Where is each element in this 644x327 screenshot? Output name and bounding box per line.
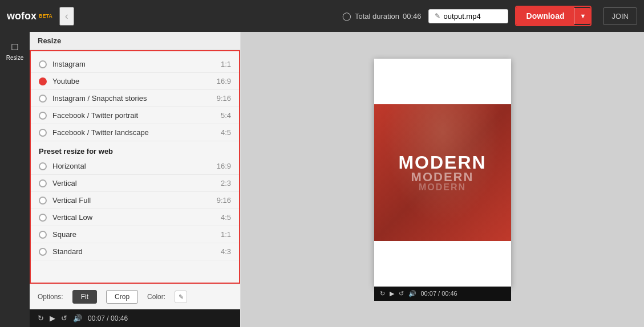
radio-btn — [39, 231, 47, 239]
download-button[interactable]: Download — [516, 7, 575, 25]
download-group: Download ▼ — [515, 6, 592, 26]
duration-value: 00:46 — [403, 12, 422, 21]
video-text: MODERN MODERN MODERN — [398, 152, 486, 193]
resize-option-web-5[interactable]: Standard 4:3 — [31, 243, 239, 260]
resize-option-social-1[interactable]: Youtube 16:9 — [31, 73, 239, 90]
sidebar: □ Resize — [0, 32, 30, 327]
social-options-group: Instagram 1:1 Youtube 16:9 Instagram / S… — [31, 56, 239, 141]
option-left: Standard — [39, 247, 83, 256]
preview-player-bar: ↻ ▶ ↺ 🔊 00:07 / 00:46 — [374, 287, 511, 301]
radio-btn — [39, 112, 47, 120]
left-player-bar: ↻ ▶ ↺ 🔊 00:07 / 00:46 — [30, 309, 240, 327]
crop-button[interactable]: Crop — [106, 290, 138, 304]
join-button[interactable]: JOIN — [603, 7, 637, 25]
option-label: Instagram — [52, 60, 86, 68]
fit-button[interactable]: Fit — [72, 290, 97, 304]
resize-option-social-2[interactable]: Instagram / Snapchat stories 9:16 — [31, 90, 239, 107]
header: wofox BETA ‹ ◯ Total duration 00:46 ✎ Do… — [0, 0, 644, 32]
video-content: MODERN MODERN MODERN — [374, 104, 511, 241]
option-label: Horizontal — [52, 162, 86, 170]
resize-icon: □ — [12, 41, 18, 53]
options-label: Options: — [38, 293, 63, 301]
option-ratio: 1:1 — [221, 230, 231, 239]
option-left: Youtube — [39, 77, 79, 85]
resize-option-social-0[interactable]: Instagram 1:1 — [31, 56, 239, 73]
resize-option-social-4[interactable]: Facebook / Twitter landscape 4:5 — [31, 124, 239, 141]
video-preview: MODERN MODERN MODERN — [374, 59, 511, 287]
filename-container: ✎ — [428, 9, 508, 23]
option-left: Horizontal — [39, 162, 86, 170]
option-label: Youtube — [52, 77, 79, 85]
web-options-group: Horizontal 16:9 Vertical 2:3 Vertical Fu… — [31, 158, 239, 260]
player-time: 00:07 / 00:46 — [88, 314, 128, 322]
color-label: Color: — [147, 293, 165, 301]
preview-play[interactable]: ▶ — [390, 290, 394, 297]
logo-beta: BETA — [39, 13, 52, 19]
resize-option-web-2[interactable]: Vertical Full 9:16 — [31, 192, 239, 209]
resize-options-container: Instagram 1:1 Youtube 16:9 Instagram / S… — [30, 50, 240, 284]
forward-button[interactable]: ↺ — [61, 314, 67, 322]
main-layout: □ Resize Resize Instagram 1:1 Youtube 16… — [0, 32, 644, 327]
edit-icon: ✎ — [435, 12, 440, 20]
radio-btn — [39, 197, 47, 205]
options-bar: Options: Fit Crop Color: ✎ — [30, 284, 240, 309]
preview-volume[interactable]: 🔊 — [408, 290, 416, 297]
volume-button[interactable]: 🔊 — [73, 314, 82, 322]
radio-btn — [39, 95, 47, 103]
option-label: Instagram / Snapchat stories — [52, 94, 147, 103]
radio-btn — [39, 214, 47, 222]
option-ratio: 16:9 — [217, 77, 231, 85]
video-bottom-blank — [374, 241, 511, 287]
video-top-blank — [374, 59, 511, 104]
preview-time: 00:07 / 00:46 — [421, 290, 457, 297]
sidebar-item-label: Resize — [6, 55, 24, 61]
option-label: Vertical Low — [52, 213, 92, 222]
logo: wofox BETA — [7, 10, 52, 22]
duration-label: Total duration — [355, 12, 399, 21]
resize-option-web-4[interactable]: Square 1:1 — [31, 226, 239, 243]
color-picker[interactable]: ✎ — [175, 291, 187, 303]
option-left: Square — [39, 230, 76, 239]
radio-btn — [39, 248, 47, 256]
resize-option-web-3[interactable]: Vertical Low 4:5 — [31, 209, 239, 226]
radio-btn — [39, 77, 47, 85]
play-button[interactable]: ▶ — [50, 314, 55, 322]
option-ratio: 9:16 — [217, 94, 231, 103]
option-left: Vertical Low — [39, 213, 92, 222]
sidebar-item-resize[interactable]: □ Resize — [0, 36, 30, 66]
option-left: Vertical — [39, 179, 77, 187]
resize-option-web-1[interactable]: Vertical 2:3 — [31, 175, 239, 192]
preview-area: MODERN MODERN MODERN ↻ ▶ ↺ 🔊 00:07 / 00:… — [241, 32, 644, 327]
preview-forward[interactable]: ↺ — [399, 290, 404, 297]
option-label: Square — [52, 230, 76, 239]
option-ratio: 16:9 — [217, 162, 231, 170]
option-ratio: 2:3 — [221, 179, 231, 187]
option-left: Facebook / Twitter landscape — [39, 128, 149, 137]
option-label: Vertical Full — [52, 196, 91, 205]
option-left: Instagram / Snapchat stories — [39, 94, 147, 103]
logo-text: wofox — [7, 10, 37, 22]
filename-input[interactable] — [444, 12, 501, 21]
download-dropdown-button[interactable]: ▼ — [574, 8, 590, 24]
resize-panel: Resize Instagram 1:1 Youtube 16:9 Instag… — [30, 32, 241, 327]
option-label: Standard — [52, 247, 83, 256]
option-left: Facebook / Twitter portrait — [39, 111, 138, 120]
resize-option-social-3[interactable]: Facebook / Twitter portrait 5:4 — [31, 107, 239, 124]
option-left: Instagram — [39, 60, 86, 68]
web-section-title: Preset resize for web — [31, 141, 239, 158]
option-ratio: 5:4 — [221, 111, 231, 120]
radio-btn — [39, 162, 47, 170]
resize-panel-title: Resize — [30, 32, 240, 50]
radio-btn — [39, 129, 47, 137]
back-button[interactable]: ‹ — [59, 7, 74, 26]
option-ratio: 4:5 — [221, 128, 231, 137]
resize-option-web-0[interactable]: Horizontal 16:9 — [31, 158, 239, 175]
rewind-button[interactable]: ↻ — [38, 314, 44, 322]
radio-btn — [39, 179, 47, 187]
option-ratio: 4:5 — [221, 213, 231, 222]
duration-info: ◯ Total duration 00:46 — [342, 11, 422, 21]
option-label: Facebook / Twitter portrait — [52, 111, 138, 120]
preview-rewind[interactable]: ↻ — [380, 290, 385, 297]
option-left: Vertical Full — [39, 196, 91, 205]
option-ratio: 4:3 — [221, 247, 231, 256]
